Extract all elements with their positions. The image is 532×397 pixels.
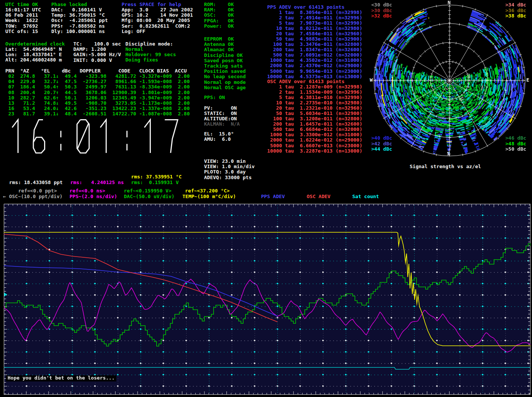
dbc-legend-bottom-right: >46 dBc>48 dBc>50 dBc — [505, 135, 526, 152]
compass-east: E — [526, 77, 529, 83]
dac-scale-label: DAC~(50.0 uV/div) — [124, 194, 174, 199]
lady-heather-console: UTC time OK 16:01:17 UTC 06 Feb 2011 Wee… — [0, 0, 532, 397]
dbc-legend-item: >30 dBc — [371, 8, 392, 14]
pps-ref: ref=<0.0 ns> — [70, 188, 105, 194]
osc-scale-label: ← OSC~(10.0 ppt/div) — [3, 194, 63, 199]
status-message: Hope you didn't bet on the losers... — [6, 375, 116, 381]
dbc-legend-item: <30 dBc — [371, 2, 392, 8]
digital-clock — [6, 116, 187, 156]
kalman-state: KALMAN: N/A — [204, 121, 240, 127]
fix-mode-block: PV: ON STATIC: ON ALTITUDE:ON — [204, 106, 237, 122]
dbc-legend-item: >36 dBc — [505, 8, 526, 14]
osc-ref: ref=<0.0 ppt> — [18, 188, 57, 194]
utc-time-block: 16:01:17 UTC 06 Feb 2011 Week: 1622 TOW:… — [5, 7, 41, 34]
sat-count-scale-marker-icon — [4, 293, 7, 296]
dbc-legend-item: >34 dBc — [505, 2, 526, 8]
strip-chart-canvas — [4, 204, 530, 395]
pps-adev-legend: PPS ADEV — [261, 194, 285, 199]
dbc-legend-item: >44 dBc — [371, 147, 392, 152]
signal-strength-polar-map — [374, 5, 526, 156]
dbc-legend-item: >42 dBc — [371, 141, 392, 147]
dbc-legend-item: >40 dBc — [371, 135, 392, 141]
dbc-legend-item: >46 dBc — [505, 135, 526, 141]
dac-ref: ref~<0.159950 V> — [124, 188, 171, 194]
compass-south: S — [447, 151, 450, 156]
strip-chart: Hope you didn't bet on the losers... — [4, 204, 530, 395]
dbc-legend-item: >48 dBc — [505, 141, 526, 147]
view-queue-block: VIEW: 23.0 min VIEW: 1.0 min/div PLOTQ: … — [204, 159, 255, 180]
osc-adev-rows: 1 tau 2.1287e-009 (n=32998) 2 tau 1.1534… — [267, 84, 362, 154]
pps-adev-rows: 1 tau 8.3054e-011 (n=32998) 2 tau 7.4914… — [267, 10, 362, 79]
position-block: Lat: 54.4964948° N Lon: 18.4337841° E Al… — [5, 47, 62, 63]
temp-scale-label: TEMP~(100 m°C/div) — [182, 194, 236, 199]
temp-rms: rms: 37.539951 °C — [131, 174, 182, 180]
dbc-legend-bottom-left: >40 dBc>42 dBc>44 dBc — [371, 135, 392, 152]
osc-adev-legend: OSC ADEV — [307, 194, 331, 199]
dbc-legend-item: >32 dBc — [371, 13, 392, 19]
dbc-legend-item: >38 dBc — [505, 13, 526, 19]
dbc-legend-top-left: <30 dBc>30 dBc>32 dBc — [371, 2, 392, 19]
pps-state: PPS: ON — [204, 95, 225, 100]
pps-scale-label: PPS~(2.0 ns/div) — [70, 194, 117, 199]
polar-caption: Signal strength vs az/el — [410, 164, 481, 169]
compass-north: N — [448, 0, 451, 5]
dbc-legend-item: >50 dBc — [505, 147, 526, 152]
pps-rms: rms: 4.240125 ns — [70, 180, 124, 185]
dac-rms: rms: 0.159931 V — [131, 180, 179, 185]
dbc-legend-top-right: >34 dBc>36 dBc>38 dBc — [505, 2, 526, 19]
mask-block: EL: 15.0° AMU: 6.0 — [204, 131, 234, 142]
compass-west: W — [370, 77, 373, 83]
loop-params-block: TC: 100.0 sec DAMP: 1.200 GAIN:-5.000 Hz… — [73, 41, 121, 63]
gps-status-block: EEPROM OK Antenna OK Almanac OK Discipli… — [204, 36, 246, 90]
temp-ref: ref~<37.200 °C> — [185, 188, 230, 194]
discipline-mode-block: Normal Holdover: 99 secs Doing fixes — [125, 47, 176, 63]
sat-count-legend: Sat count — [352, 194, 379, 199]
oscillator-block: DAC: 0.160141 V Temp: 36.750015 °C Osc↑ … — [51, 7, 108, 34]
osc-rms: rms: 18.433058 ppt — [9, 180, 63, 185]
version-block: App: 3.0 27 Jun 2002 GPS: 10.2 14 Nov 20… — [122, 7, 193, 34]
hardware-status-block: ROM: OK RAM: OK OSC: OK FPGA: OK Power: … — [204, 2, 234, 29]
sat-table-rows: 02 274.8 37.1↓ 49.4 -323.98 4281.72 -3.3… — [5, 74, 190, 117]
